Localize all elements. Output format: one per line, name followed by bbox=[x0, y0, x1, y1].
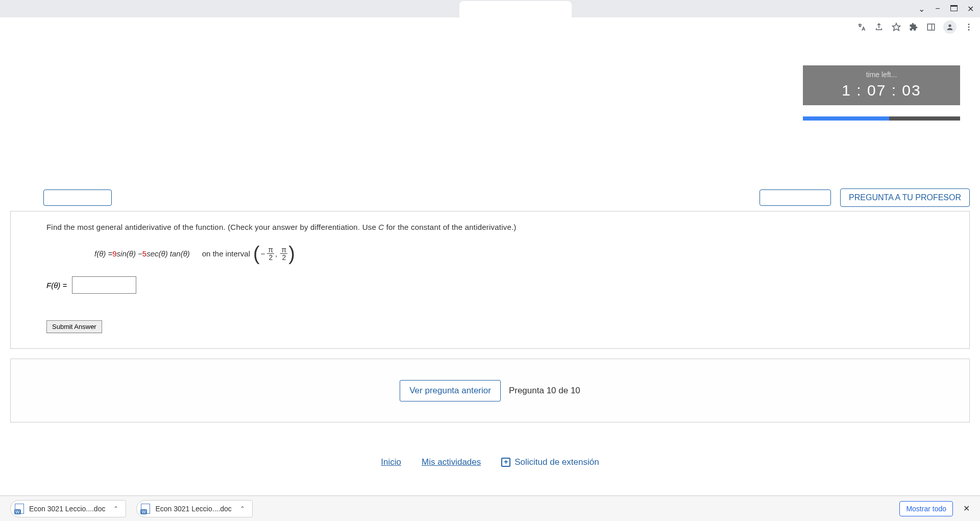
show-all-downloads-button[interactable]: Mostrar todo bbox=[899, 501, 953, 516]
footer-links: Inicio Mis actividades Solicitud de exte… bbox=[0, 457, 980, 467]
downloads-bar: Econ 3021 Leccio....doc ⌃ Econ 3021 Lecc… bbox=[0, 495, 980, 521]
instructions-text-pre: Find the most general antiderivative of … bbox=[46, 223, 378, 231]
fraction-upper: π 2 bbox=[280, 246, 287, 261]
puzzle-icon[interactable] bbox=[909, 22, 919, 32]
question-equation: f(θ) = 9 sin(θ) − 5 sec(θ) tan(θ) on the… bbox=[94, 244, 956, 263]
close-downloads-icon[interactable]: ✕ bbox=[963, 504, 970, 513]
trig-1: sin(θ) − bbox=[117, 249, 142, 258]
close-window-icon[interactable]: ✕ bbox=[967, 5, 974, 12]
chevron-up-icon[interactable]: ⌃ bbox=[240, 505, 245, 512]
maximize-icon[interactable]: 🗖 bbox=[950, 5, 958, 12]
ask-professor-button[interactable]: PREGUNTA A TU PROFESOR bbox=[840, 188, 970, 207]
word-doc-icon bbox=[15, 504, 24, 514]
download-filename: Econ 3021 Leccio....doc bbox=[29, 505, 105, 513]
question-panel: Find the most general antiderivative of … bbox=[10, 211, 970, 349]
right-paren-icon: ) bbox=[288, 244, 295, 263]
func-lhs: f(θ) = bbox=[94, 249, 112, 258]
left-paren-icon: ( bbox=[253, 244, 260, 263]
timer-progress-fill bbox=[803, 116, 889, 121]
prev-action-button[interactable] bbox=[43, 190, 112, 206]
profile-avatar-icon[interactable] bbox=[943, 20, 957, 34]
coef-2: 5 bbox=[142, 249, 146, 258]
next-action-button[interactable] bbox=[760, 190, 831, 206]
chevron-up-icon[interactable]: ⌃ bbox=[113, 505, 118, 512]
svg-point-5 bbox=[968, 27, 970, 28]
tab-strip-left bbox=[0, 0, 459, 17]
answer-lhs: F(θ) = bbox=[46, 281, 67, 290]
extension-request-link[interactable]: Solicitud de extensión bbox=[501, 457, 599, 467]
question-action-row: PREGUNTA A TU PROFESOR bbox=[43, 186, 970, 209]
browser-tab-strip: ⌄ − 🗖 ✕ bbox=[0, 0, 980, 17]
answer-row: F(θ) = bbox=[46, 276, 956, 294]
active-tab[interactable] bbox=[459, 1, 572, 18]
svg-point-3 bbox=[948, 25, 951, 27]
download-filename: Econ 3021 Leccio....doc bbox=[155, 505, 231, 513]
panel-icon[interactable] bbox=[926, 22, 936, 32]
interval-value: ( − π 2 , π 2 ) bbox=[253, 244, 295, 263]
download-item[interactable]: Econ 3021 Leccio....doc ⌃ bbox=[136, 500, 252, 517]
translate-icon[interactable] bbox=[856, 22, 867, 32]
timer-progress bbox=[803, 116, 960, 121]
answer-input[interactable] bbox=[72, 276, 136, 294]
submit-answer-button[interactable]: Submit Answer bbox=[46, 320, 102, 333]
calendar-plus-icon bbox=[501, 458, 510, 467]
question-nav-panel: Ver pregunta anterior Pregunta 10 de 10 bbox=[10, 359, 970, 422]
fraction-lower: π 2 bbox=[267, 246, 274, 261]
timer-label: time left... bbox=[803, 70, 960, 79]
word-doc-icon bbox=[141, 504, 150, 514]
coef-1: 9 bbox=[112, 249, 116, 258]
tab-strip-right: ⌄ − 🗖 ✕ bbox=[572, 0, 980, 17]
question-position-label: Pregunta 10 de 10 bbox=[509, 386, 580, 396]
svg-point-4 bbox=[968, 23, 970, 25]
svg-marker-0 bbox=[893, 23, 900, 31]
extension-request-label: Solicitud de extensión bbox=[514, 457, 599, 467]
svg-rect-1 bbox=[927, 24, 935, 30]
activities-link[interactable]: Mis actividades bbox=[422, 457, 481, 467]
chevron-down-icon[interactable]: ⌄ bbox=[918, 5, 925, 12]
svg-point-6 bbox=[968, 29, 970, 31]
timer-value: 1 : 07 : 03 bbox=[803, 82, 960, 99]
trig-2: sec(θ) tan(θ) bbox=[146, 249, 190, 258]
timer-widget: time left... 1 : 07 : 03 bbox=[803, 65, 960, 105]
previous-question-button[interactable]: Ver pregunta anterior bbox=[400, 380, 501, 401]
star-icon[interactable] bbox=[891, 22, 901, 32]
browser-toolbar bbox=[0, 17, 980, 37]
kebab-menu-icon[interactable] bbox=[964, 22, 974, 32]
instructions-text-post: for the constant of the antiderivative.) bbox=[384, 223, 516, 231]
share-icon[interactable] bbox=[874, 22, 884, 32]
question-instructions: Find the most general antiderivative of … bbox=[46, 223, 956, 231]
home-link[interactable]: Inicio bbox=[381, 457, 401, 467]
minimize-icon[interactable]: − bbox=[934, 5, 941, 12]
interval-label: on the interval bbox=[202, 249, 250, 258]
download-item[interactable]: Econ 3021 Leccio....doc ⌃ bbox=[10, 500, 126, 517]
instructions-var: C bbox=[378, 223, 384, 231]
